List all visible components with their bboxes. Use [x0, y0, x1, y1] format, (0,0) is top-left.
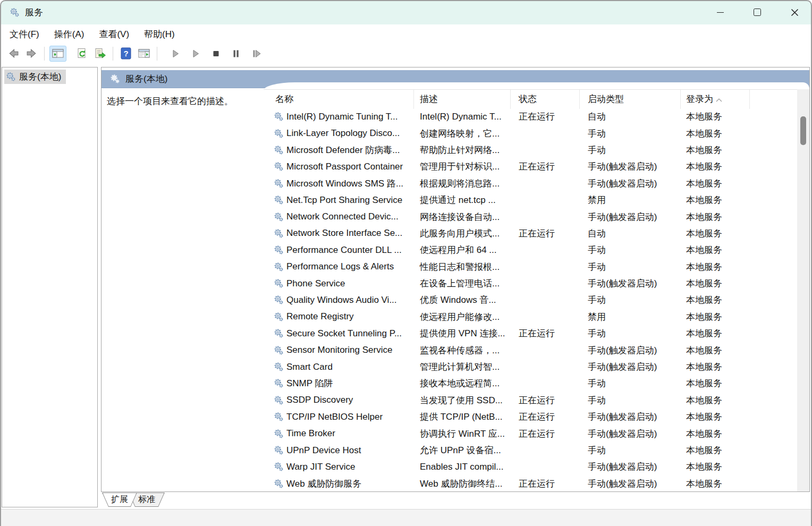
service-logon-as: 本地服务 [681, 327, 750, 340]
vertical-scrollbar[interactable] [797, 89, 809, 491]
title-bar: 服务 [0, 0, 812, 24]
table-row[interactable]: Net.Tcp Port Sharing Service 提供通过 net.tc… [263, 192, 797, 208]
table-row[interactable]: Phone Service 在设备上管理电话... 手动(触发器启动) 本地服务 [263, 275, 797, 292]
table-row[interactable]: Network Store Interface Se... 此服务向用户模式..… [263, 225, 797, 242]
service-description: 创建网络映射，它... [414, 128, 511, 140]
back-button[interactable] [5, 46, 21, 61]
export-list-icon [94, 48, 106, 60]
table-row[interactable]: UPnP Device Host 允许 UPnP 设备宿... 手动 本地服务 [263, 442, 797, 459]
service-name: Sensor Monitoring Service [286, 345, 392, 355]
app-gear-icon [10, 7, 20, 18]
table-row[interactable]: Microsoft Passport Container 管理用于针对标识...… [263, 158, 797, 175]
service-startup-type: 自动 [580, 227, 681, 240]
column-header-logon[interactable]: 登录为 [681, 90, 750, 109]
menu-item-view[interactable]: 查看(V) [99, 28, 129, 40]
service-logon-as: 本地服务 [681, 344, 750, 357]
service-gear-icon [274, 162, 284, 172]
service-logon-as: 本地服务 [681, 128, 750, 140]
menu-item-file[interactable]: 文件(F) [10, 28, 39, 40]
console-tree-panel: 服务(本地) [2, 67, 98, 507]
restart-service-button[interactable] [248, 46, 264, 61]
table-row[interactable]: Secure Socket Tunneling P... 提供使用 VPN 连接… [263, 325, 797, 342]
service-logon-as: 本地服务 [681, 294, 750, 306]
show-console-tree-button[interactable] [49, 46, 66, 62]
service-gear-icon [274, 328, 284, 338]
services-panel: 服务(本地) 选择一个项目来查看它的描述。 名称 描述 状态 启动类型 登录为 … [101, 67, 810, 492]
service-gear-icon [274, 179, 284, 189]
table-row[interactable]: Web 威胁防御服务 Web 威胁防御终结... 正在运行 手动(触发器启动) … [263, 476, 797, 491]
table-row[interactable]: SSDP Discovery 当发现了使用 SSD... 正在运行 手动 本地服… [263, 392, 797, 409]
tab-extended[interactable]: 扩展 [102, 493, 137, 507]
table-row[interactable]: Performance Logs & Alerts 性能日志和警报根... 手动… [263, 259, 797, 275]
service-gear-icon [274, 395, 284, 405]
service-name: TCP/IP NetBIOS Helper [286, 412, 383, 422]
table-row[interactable]: Microsoft Defender 防病毒... 帮助防止针对网络... 手动… [263, 142, 797, 158]
table-row[interactable]: Link-Layer Topology Disco... 创建网络映射，它...… [263, 125, 797, 141]
table-row[interactable]: Performance Counter DLL ... 使远程用户和 64 ..… [263, 242, 797, 258]
maximize-button[interactable] [748, 3, 766, 21]
resume-service-button[interactable] [188, 46, 204, 61]
toolbar-separator [113, 47, 113, 61]
service-status: 正在运行 [511, 394, 580, 406]
service-gear-icon [274, 479, 284, 489]
export-list-button[interactable] [92, 46, 108, 61]
table-row[interactable]: TCP/IP NetBIOS Helper 提供 TCP/IP (NetB...… [263, 409, 797, 425]
table-row[interactable]: Warp JIT Service Enables JIT compil... 手… [263, 459, 797, 475]
service-gear-icon [274, 412, 284, 422]
service-logon-as: 本地服务 [681, 277, 750, 290]
table-row[interactable]: Network Connected Devic... 网络连接设备自动... 手… [263, 208, 797, 225]
play-icon [190, 48, 201, 60]
scrollbar-thumb[interactable] [800, 116, 806, 145]
minimize-button[interactable] [711, 3, 729, 21]
service-startup-type: 手动 [580, 261, 681, 273]
menu-item-action[interactable]: 操作(A) [54, 28, 84, 40]
help-button[interactable]: ? [118, 46, 134, 61]
service-table-body: Intel(R) Dynamic Tuning T... Intel(R) Dy… [263, 108, 797, 491]
service-logon-as: 本地服务 [681, 444, 750, 456]
panel-gear-icon [110, 74, 120, 84]
service-gear-icon [274, 245, 284, 255]
service-logon-as: 本地服务 [681, 160, 750, 173]
show-action-pane-button[interactable] [136, 46, 152, 61]
service-logon-as: 本地服务 [681, 478, 750, 490]
service-gear-icon [274, 312, 284, 322]
service-gear-icon [274, 145, 284, 155]
column-header-description[interactable]: 描述 [414, 90, 511, 109]
play-icon [170, 48, 181, 60]
table-row[interactable]: Time Broker 协调执行 WinRT 应... 正在运行 手动(触发器启… [263, 425, 797, 442]
service-description: 管理用于针对标识... [414, 160, 511, 173]
menu-item-help[interactable]: 帮助(H) [144, 28, 175, 40]
start-service-button[interactable] [167, 46, 183, 61]
column-header-status[interactable]: 状态 [511, 90, 580, 109]
table-row[interactable]: SNMP 陷阱 接收本地或远程简... 手动 本地服务 [263, 375, 797, 392]
service-logon-as: 本地服务 [681, 144, 750, 156]
tree-item-services-local[interactable]: 服务(本地) [4, 70, 66, 84]
pause-service-button[interactable] [228, 46, 244, 61]
refresh-button[interactable] [74, 46, 90, 61]
column-header-startup[interactable]: 启动类型 [580, 90, 681, 109]
service-startup-type: 手动(触发器启动) [580, 428, 681, 440]
forward-button[interactable] [23, 46, 39, 61]
service-name: Secure Socket Tunneling P... [286, 328, 402, 339]
column-header-name[interactable]: 名称 [263, 90, 414, 109]
service-startup-type: 手动 [580, 144, 681, 156]
service-name: Microsoft Windows SMS 路... [286, 177, 403, 190]
service-name: Link-Layer Topology Disco... [286, 128, 400, 139]
close-icon [791, 9, 799, 16]
table-row[interactable]: Remote Registry 使远程用户能修改... 禁用 本地服务 [263, 309, 797, 325]
service-description: 性能日志和警报根... [414, 261, 511, 273]
stop-service-button[interactable] [208, 46, 224, 61]
service-description: 当发现了使用 SSD... [414, 394, 511, 406]
table-row[interactable]: Smart Card 管理此计算机对智... 手动(触发器启动) 本地服务 [263, 359, 797, 375]
table-row[interactable]: Intel(R) Dynamic Tuning T... Intel(R) Dy… [263, 108, 797, 125]
service-description: Intel(R) Dynamic T... [414, 112, 511, 122]
service-status: 正在运行 [511, 327, 580, 340]
service-name: Network Connected Devic... [286, 211, 399, 222]
table-row[interactable]: Sensor Monitoring Service 监视各种传感器，... 手动… [263, 342, 797, 358]
table-row[interactable]: Quality Windows Audio Vi... 优质 Windows 音… [263, 292, 797, 308]
service-name: Web 威胁防御服务 [286, 478, 361, 490]
service-description: 网络连接设备自动... [414, 211, 511, 223]
service-description: 帮助防止针对网络... [414, 144, 511, 156]
table-row[interactable]: Microsoft Windows SMS 路... 根据规则将消息路... 手… [263, 175, 797, 192]
close-button[interactable] [785, 3, 803, 21]
